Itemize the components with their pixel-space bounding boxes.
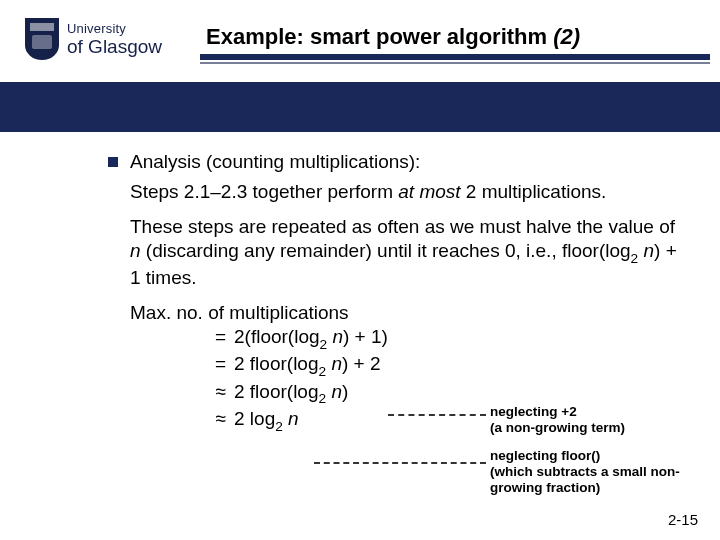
slide-title: Example: smart power algorithm (2) — [206, 24, 580, 50]
university-name: University of Glasgow — [67, 22, 162, 56]
paragraph-1: Steps 2.1–2.3 together perform at most 2… — [130, 180, 680, 204]
connector-line-2 — [314, 462, 486, 464]
note-2: neglecting floor() (which subtracts a sm… — [490, 448, 680, 496]
note-1: neglecting +2 (a non-growing term) — [490, 404, 680, 436]
side-notes: neglecting +2 (a non-growing term) negle… — [490, 404, 680, 496]
content-area: Analysis (counting multiplications): Ste… — [108, 150, 680, 434]
connector-line-1 — [388, 414, 486, 416]
university-line1: University — [67, 22, 162, 35]
header: University of Glasgow Example: smart pow… — [0, 0, 720, 82]
crest-icon — [25, 18, 59, 60]
title-underline — [200, 54, 710, 64]
equation-line-2: = 2 floor(log2 n) + 2 — [204, 352, 680, 379]
bullet-item: Analysis (counting multiplications): — [108, 150, 680, 174]
equation-line-3: ≈ 2 floor(log2 n) — [204, 380, 680, 407]
equation-line-1: = 2(floor(log2 n) + 1) — [204, 325, 680, 352]
equation-heading: Max. no. of multiplications — [130, 301, 680, 325]
university-line2: of Glasgow — [67, 37, 162, 56]
header-band — [0, 82, 720, 132]
bullet-square-icon — [108, 157, 118, 167]
paragraph-2: These steps are repeated as often as we … — [130, 215, 680, 291]
bullet-text: Analysis (counting multiplications): — [130, 150, 420, 174]
page-number: 2-15 — [668, 511, 698, 528]
university-logo: University of Glasgow — [25, 18, 162, 60]
